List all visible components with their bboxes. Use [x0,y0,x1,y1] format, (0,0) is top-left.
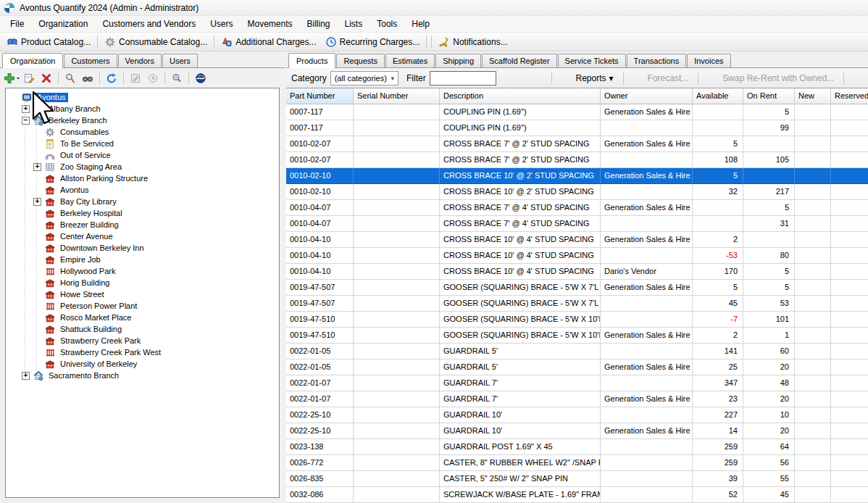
table-row[interactable]: 0026-835CASTER, 5" 250# W/ 2" SNAP PIN39… [286,471,868,487]
menu-movements[interactable]: Movements [240,17,299,31]
google-earth-button[interactable] [193,70,209,86]
column-header-reserved[interactable]: Reserved [831,88,868,104]
tree-item-avontus[interactable]: Avontus [6,184,279,196]
column-header-part-number[interactable]: Part Number [286,88,354,104]
table-row[interactable]: 0010-04-10CROSS BRACE 10' @ 4' STUD SPAC… [286,232,868,248]
tree-item-berkeley-branch[interactable]: −Berkeley Branch [6,115,279,126]
filter-input[interactable] [430,71,496,86]
table-row[interactable]: 0022-01-05GUARDRAIL 5'Generation Sales &… [286,359,868,375]
tab-users[interactable]: Users [162,54,198,67]
tab-invoices[interactable]: Invoices [687,54,730,67]
category-dropdown[interactable]: (all categories) ▾ [330,71,398,86]
tree-item-center-avenue[interactable]: Center Avenue [6,230,279,242]
tree-item-howe-street[interactable]: Howe Street [6,288,279,300]
tab-shipping[interactable]: Shipping [435,54,481,67]
expand-plus-icon[interactable]: + [22,372,30,380]
tree-item-zoo-staging-area[interactable]: +Zoo Staging Area [6,161,279,172]
menu-customers-and-vendors[interactable]: Customers and Vendors [95,17,203,31]
tab-service-tickets[interactable]: Service Tickets [558,54,626,67]
tree-item-albany-branch[interactable]: +Albany Branch [6,103,279,115]
tree-item-horig-building[interactable]: Horig Building [6,277,279,288]
table-row[interactable]: 0019-47-510GOOSER (SQUARING) BRACE - 5'W… [286,312,868,328]
tree-item-bay-city-library[interactable]: +Bay City Library [6,196,279,207]
edit-button[interactable] [21,70,37,86]
collapse-minus-icon[interactable]: − [22,117,30,125]
find-button[interactable] [80,70,96,86]
reports-button[interactable]: Reports ▾ [558,72,617,85]
table-row[interactable]: 0022-25-10GUARDRAIL 10'22710 [286,407,868,423]
column-header-available[interactable]: Available [693,88,743,104]
table-row[interactable]: 0022-01-05GUARDRAIL 5'14160 [286,344,868,359]
table-row[interactable]: 0010-02-10CROSS BRACE 10' @ 2' STUD SPAC… [286,168,868,184]
tree-item-sacramento-branch[interactable]: +Sacramento Branch [6,370,279,381]
table-row[interactable]: 0022-01-07GUARDRAIL 7'Generation Sales &… [286,391,868,407]
tab-vendors[interactable]: Vendors [118,54,162,67]
tree-item-berkeley-hospital[interactable]: Berkeley Hospital [6,207,279,219]
expand-plus-icon[interactable]: + [22,105,30,113]
tree-item-allston-parking-structure[interactable]: Allston Parking Structure [6,172,279,184]
table-row[interactable]: 0023-138GUARDRAIL POST 1.69" X 4525964 [286,439,868,455]
table-row[interactable]: 0022-01-07GUARDRAIL 7'34748 [286,375,868,391]
tree-item-breezer-building[interactable]: Breezer Building [6,219,279,230]
notifications-button[interactable]: Notifications... [434,35,512,49]
refresh-grid-button[interactable] [516,71,529,86]
tab-products[interactable]: Products [288,53,335,68]
tree-item-strawberry-creek-park[interactable]: Strawberry Creek Park [6,335,279,346]
filter-options-button[interactable] [500,71,513,86]
tree-item-rosco-market-place[interactable]: Rosco Market Place [6,312,279,323]
tree-item-university-of-berkeley[interactable]: University of Berkeley [6,358,279,370]
column-header-new[interactable]: New [795,88,831,104]
column-header-owner[interactable]: Owner [601,88,693,104]
tree-item-avontus[interactable]: Avontus [6,91,279,103]
tab-customers[interactable]: Customers [64,54,117,67]
table-row[interactable]: 0007-117COUPLING PIN (1.69")Generation S… [286,104,868,120]
add-button[interactable] [4,70,20,86]
tree-item-strawberry-creek-park-west[interactable]: Strawberry Creek Park West [6,346,279,358]
table-row[interactable]: 0010-04-10CROSS BRACE 10' @ 4' STUD SPAC… [286,264,868,280]
recurring-charges-button[interactable]: Recurring Charges... [321,35,425,49]
additional-charges-button[interactable]: Additional Charges... [217,35,320,49]
consumable-catalog-button[interactable]: Consumable Catalog... [100,35,212,49]
map-search-button[interactable] [169,70,185,86]
menu-tools[interactable]: Tools [370,17,404,31]
delete-button[interactable] [38,70,54,86]
menu-lists[interactable]: Lists [338,17,370,31]
tree-item-peterson-power-plant[interactable]: Peterson Power Plant [6,300,279,312]
table-row[interactable]: 0022-25-10GUARDRAIL 10'Generation Sales … [286,423,868,439]
tab-transactions[interactable]: Transactions [627,54,687,67]
tree-item-out-of-service[interactable]: Out of Service [6,149,279,161]
menu-users[interactable]: Users [203,17,240,31]
menu-file[interactable]: File [3,17,31,31]
table-row[interactable]: 0010-04-07CROSS BRACE 7' @ 4' STUD SPACI… [286,200,868,216]
tab-organization[interactable]: Organization [2,53,63,68]
table-row[interactable]: 0010-04-10CROSS BRACE 10' @ 4' STUD SPAC… [286,248,868,264]
expand-plus-icon[interactable]: + [33,198,41,206]
expand-plus-icon[interactable]: + [33,163,41,171]
refresh-button[interactable] [104,70,120,86]
product-catalog-button[interactable]: Product Catalog... [2,35,95,49]
table-row[interactable]: 0026-772CASTER, 8" RUBBER WHEEL W2" /SNA… [286,455,868,471]
tab-scaffold-register[interactable]: Scaffold Register [482,54,557,67]
table-row[interactable]: 0032-086SCREWJACK W/BASE PLATE - 1.69" F… [286,487,868,503]
tree-item-to-be-serviced[interactable]: To Be Serviced [6,138,279,149]
tree-item-consumables[interactable]: Consumables [6,126,279,138]
tree-item-empire-job[interactable]: Empire Job [6,254,279,265]
table-row[interactable]: 0019-47-507GOOSER (SQUARING) BRACE - 5'W… [286,296,868,312]
table-row[interactable]: 0010-02-07CROSS BRACE 7' @ 2' STUD SPACI… [286,152,868,168]
tree-item-shattuck-building[interactable]: Shattuck Building [6,323,279,335]
audit-button[interactable] [62,70,78,86]
table-row[interactable]: 0019-47-510GOOSER (SQUARING) BRACE - 5'W… [286,328,868,344]
table-row[interactable]: 0010-02-10CROSS BRACE 10' @ 2' STUD SPAC… [286,184,868,200]
table-row[interactable]: 0010-04-07CROSS BRACE 7' @ 4' STUD SPACI… [286,216,868,232]
table-row[interactable]: 0019-47-507GOOSER (SQUARING) BRACE - 5'W… [286,280,868,296]
column-header-description[interactable]: Description [440,88,601,104]
tree-item-downtown-berkeley-inn[interactable]: Downtown Berkeley Inn [6,242,279,254]
find-grid-button[interactable] [533,71,546,86]
menu-help[interactable]: Help [404,17,437,31]
tab-estimates[interactable]: Estimates [385,54,435,67]
tab-requests[interactable]: Requests [336,54,384,67]
column-header-serial-number[interactable]: Serial Number [354,88,440,104]
table-row[interactable]: 0010-02-07CROSS BRACE 7' @ 2' STUD SPACI… [286,136,868,152]
tree-item-hollywood-park[interactable]: Hollywood Park [6,265,279,277]
menu-billing[interactable]: Billing [300,17,338,31]
